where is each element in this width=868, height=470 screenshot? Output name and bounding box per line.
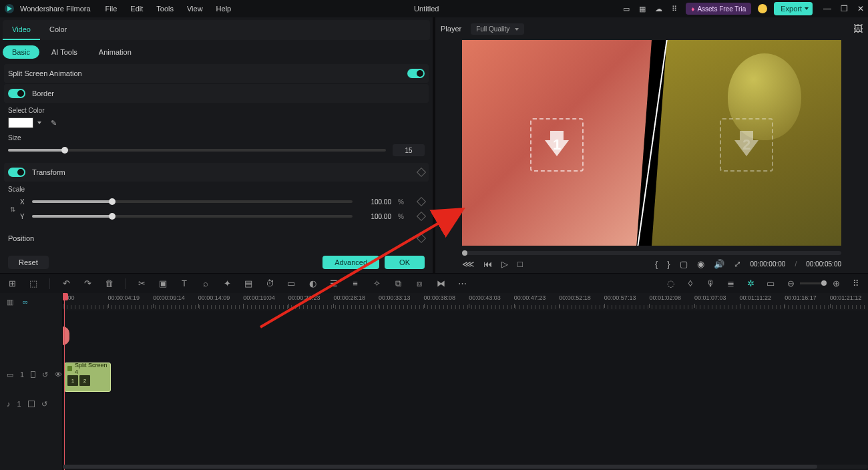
menu-edit[interactable]: Edit <box>130 5 143 13</box>
layout-grid-icon[interactable]: ⊞ <box>7 278 17 289</box>
mic-icon[interactable]: 🎙 <box>705 278 716 289</box>
redo-icon[interactable]: ↷ <box>82 278 93 289</box>
settings-icon[interactable]: ☰ <box>329 278 339 289</box>
scale-x-slider[interactable] <box>32 200 353 203</box>
color-dropdown-icon[interactable] <box>37 122 41 124</box>
scrub-thumb[interactable] <box>462 250 467 256</box>
subtab-animation[interactable]: Animation <box>89 45 141 59</box>
scrub-bar[interactable] <box>462 251 841 255</box>
waveform-icon[interactable]: ≣ <box>725 278 736 289</box>
close-icon[interactable]: ✕ <box>857 4 864 13</box>
overlay-icon[interactable]: ▤ <box>243 278 254 289</box>
maximize-icon[interactable]: ❐ <box>841 4 848 13</box>
color-swatch[interactable] <box>8 118 33 128</box>
eyedropper-icon[interactable]: ✎ <box>51 119 57 128</box>
tab-color[interactable]: Color <box>40 20 76 40</box>
crop-icon[interactable]: ▣ <box>158 278 168 289</box>
transform-keyframe-icon[interactable] <box>417 168 426 177</box>
mute-audio-icon[interactable]: ↺ <box>41 400 47 409</box>
advanced-button[interactable]: Advanced <box>322 256 379 269</box>
mark-in-icon[interactable]: { <box>655 259 658 269</box>
ok-button[interactable]: OK <box>385 256 425 269</box>
audio-icon[interactable]: 🔊 <box>714 259 724 269</box>
scale-y-slider[interactable] <box>32 215 353 218</box>
link-axes-icon[interactable]: ⇅ <box>8 206 17 213</box>
fx-icon[interactable]: ✧ <box>371 278 382 289</box>
minimize-icon[interactable]: — <box>823 4 831 13</box>
effect-icon[interactable]: ✦ <box>222 278 232 289</box>
menu-help[interactable]: Help <box>216 5 232 13</box>
border-toggle[interactable] <box>8 89 25 98</box>
preview-canvas[interactable]: 1 2 <box>462 40 841 246</box>
snapshot-icon[interactable]: 🖼 <box>853 23 863 34</box>
subtab-aitools[interactable]: AI Tools <box>42 45 87 59</box>
track-options-icon[interactable]: ⠿ <box>851 278 861 289</box>
marker-icon[interactable]: ▭ <box>765 278 776 289</box>
transform-toggle[interactable] <box>8 168 25 177</box>
cut-icon[interactable]: ✂ <box>136 278 147 289</box>
hscroll-thumb[interactable] <box>63 465 817 469</box>
camera-icon[interactable]: ◉ <box>697 259 704 269</box>
prev-frame-icon[interactable]: ⋘ <box>462 259 474 269</box>
stop-icon[interactable]: □ <box>517 259 523 269</box>
size-value[interactable]: 15 <box>393 144 425 156</box>
media-icon[interactable]: ▦ <box>638 4 647 13</box>
clip-split-screen[interactable]: Split Screen 4 1 2 <box>64 363 111 392</box>
misc-icon[interactable]: ⋯ <box>457 278 467 289</box>
assets-pill[interactable]: Assets Free Tria <box>686 3 751 15</box>
link-icon[interactable]: ⧓ <box>435 278 446 289</box>
quality-select[interactable]: Full Quality <box>471 23 524 35</box>
snap-icon[interactable]: ✲ <box>745 278 756 289</box>
time-ruler[interactable]: 0:0000:00:04:1900:00:09:1400:00:14:0900:… <box>63 293 868 310</box>
menu-tools[interactable]: Tools <box>156 5 174 13</box>
display-icon[interactable]: ▢ <box>680 259 688 269</box>
chroma-icon[interactable]: ◐ <box>307 278 318 289</box>
layout-icon[interactable]: ▭ <box>622 4 631 13</box>
op2-icon[interactable]: ⧈ <box>414 278 425 289</box>
scale-x-value[interactable]: 100.00 <box>362 198 391 206</box>
op1-icon[interactable]: ⧉ <box>393 278 403 289</box>
timeline-hscroll[interactable] <box>63 465 868 469</box>
text-icon[interactable]: T <box>179 278 190 289</box>
step-back-icon[interactable]: ⏮ <box>483 259 492 269</box>
split-anim-toggle[interactable] <box>407 69 425 78</box>
lock-icon[interactable] <box>31 371 35 378</box>
position-keyframe-icon[interactable] <box>417 234 426 243</box>
link-track-icon[interactable]: ∞ <box>23 298 28 306</box>
dropzone-1[interactable]: 1 <box>530 118 584 172</box>
fullscreen-icon[interactable]: ⤢ <box>734 259 741 269</box>
menu-file[interactable]: File <box>105 5 118 13</box>
speed-icon[interactable]: ⏱ <box>264 278 275 289</box>
zoom-out-icon[interactable]: ⊖ <box>785 278 796 289</box>
zoom-in-icon[interactable]: ⊕ <box>831 278 841 289</box>
playhead[interactable] <box>64 293 65 470</box>
zoom-slider[interactable] <box>800 282 827 284</box>
render-icon[interactable]: ◌ <box>665 278 676 289</box>
account-avatar-icon[interactable] <box>758 4 767 13</box>
dropzone-2[interactable]: 2 <box>720 118 773 172</box>
reset-button[interactable]: Reset <box>8 256 49 269</box>
export-button[interactable]: Export <box>774 2 813 15</box>
apps-icon[interactable]: ⠿ <box>670 4 679 13</box>
play-icon[interactable]: ▷ <box>501 259 508 269</box>
tab-video[interactable]: Video <box>3 20 40 40</box>
timeline-body[interactable]: 0:0000:00:04:1900:00:09:1400:00:14:0900:… <box>63 293 868 470</box>
subtab-basic[interactable]: Basic <box>3 45 39 59</box>
delete-icon[interactable]: 🗑 <box>103 278 114 289</box>
size-slider[interactable] <box>8 149 386 152</box>
scale-x-keyframe-icon[interactable] <box>417 197 426 206</box>
frame-icon[interactable]: ▭ <box>286 278 296 289</box>
tracks-area[interactable]: Split Screen 4 1 2 <box>63 310 868 470</box>
scale-y-value[interactable]: 100.00 <box>362 213 391 220</box>
mark-out-icon[interactable]: } <box>667 259 670 269</box>
search-icon[interactable]: ⌕ <box>200 278 211 289</box>
cloud-icon[interactable]: ☁ <box>654 4 663 13</box>
visible-icon[interactable]: 👁 <box>55 371 62 379</box>
menu-view[interactable]: View <box>187 5 203 13</box>
text2-icon[interactable]: ≡ <box>350 278 361 289</box>
mute-video-icon[interactable]: ↺ <box>42 371 48 379</box>
shield-icon[interactable]: ◊ <box>685 278 696 289</box>
undo-icon[interactable]: ↶ <box>61 278 71 289</box>
layers-icon[interactable]: ▥ <box>7 298 13 306</box>
scale-y-keyframe-icon[interactable] <box>417 212 426 221</box>
